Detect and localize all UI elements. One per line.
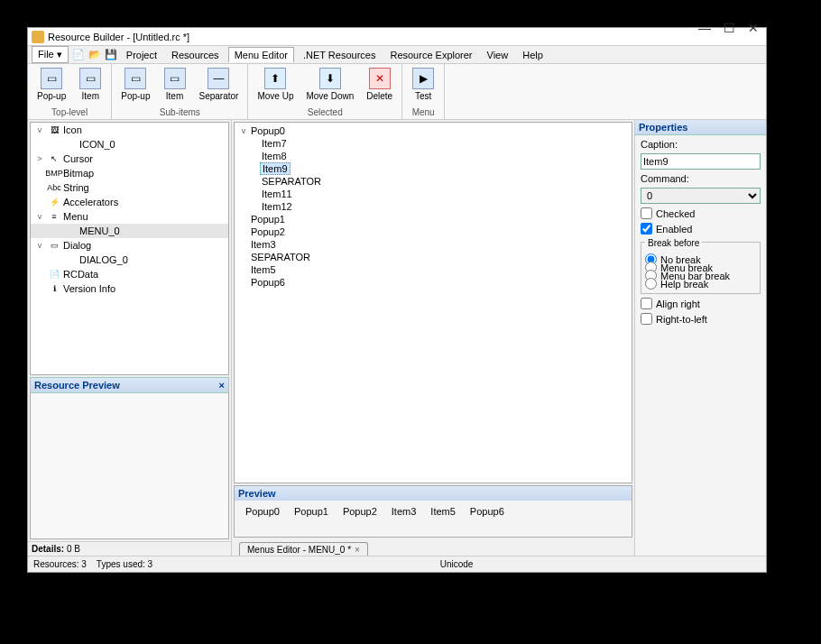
preview-menu-item[interactable]: Popup0 bbox=[238, 504, 287, 519]
menu-tree-item[interactable]: Item3 bbox=[236, 238, 630, 251]
ribbon-sub-popup[interactable]: ▭Pop-up bbox=[115, 66, 155, 106]
close-button[interactable]: ✕ bbox=[748, 21, 759, 35]
menu-tree-item[interactable]: Item11 bbox=[236, 188, 630, 200]
ribbon-toplevel-item[interactable]: ▭Item bbox=[73, 66, 107, 106]
menu-tree-item[interactable]: Popup2 bbox=[236, 225, 630, 238]
menu-tree-item[interactable]: Item12 bbox=[236, 200, 630, 213]
editor-tab[interactable]: Menus Editor - MENU_0 * × bbox=[239, 542, 368, 556]
command-select[interactable]: 0 bbox=[641, 188, 761, 204]
window-title: Resource Builder - [Untitled.rc *] bbox=[48, 32, 189, 42]
resource-tree-item[interactable]: BMPBitmap bbox=[31, 166, 228, 180]
preview-menu-item[interactable]: Popup1 bbox=[287, 504, 336, 519]
resource-preview-title: Resource Preview bbox=[34, 380, 120, 391]
menu-preview-title: Preview bbox=[235, 486, 632, 501]
ribbon-toplevel-popup[interactable]: ▭Pop-up bbox=[32, 66, 71, 106]
checked-checkbox[interactable] bbox=[641, 207, 652, 219]
menu-tree-item[interactable]: Popup6 bbox=[236, 276, 630, 289]
menu-tree-item[interactable]: vPopup0 bbox=[236, 124, 630, 137]
titlebar: Resource Builder - [Untitled.rc *] bbox=[28, 28, 766, 46]
menu-tree-item[interactable]: Item8 bbox=[236, 150, 630, 162]
ribbon-test[interactable]: ▶Test bbox=[406, 66, 440, 106]
statusbar: Resources: 3 Types used: 3 Unicode bbox=[28, 556, 766, 572]
preview-menu-item[interactable]: Item5 bbox=[423, 504, 463, 519]
open-icon[interactable]: 📂 bbox=[88, 49, 101, 61]
ribbon: ▭Pop-up ▭Item Top-level ▭Pop-up ▭Item —S… bbox=[28, 64, 766, 120]
ribbon-sub-item[interactable]: ▭Item bbox=[158, 66, 192, 106]
menu-tree-item[interactable]: Popup1 bbox=[236, 213, 630, 225]
rtl-checkbox[interactable] bbox=[641, 313, 652, 325]
ribbon-group-subitems: Sub-items bbox=[112, 107, 247, 119]
resource-preview-body bbox=[30, 393, 229, 539]
preview-close-icon[interactable]: × bbox=[219, 380, 225, 391]
menu-tree-item[interactable]: Item9 bbox=[236, 162, 630, 175]
app-window: — ☐ ✕ Resource Builder - [Untitled.rc *]… bbox=[27, 27, 767, 573]
preview-menu-item[interactable]: Item3 bbox=[384, 504, 424, 519]
resource-tree-item[interactable]: AbcString bbox=[31, 180, 228, 195]
resource-tree-item[interactable]: ICON_0 bbox=[31, 137, 228, 152]
resource-tree-item[interactable]: 📄RCData bbox=[31, 267, 228, 281]
resource-tree-item[interactable]: v≡Menu bbox=[31, 209, 228, 224]
break-before-group: Break before bbox=[645, 238, 702, 248]
preview-menu-item[interactable]: Popup6 bbox=[463, 504, 512, 519]
resource-tree[interactable]: v🖼IconICON_0>↖CursorBMPBitmapAbcString⚡A… bbox=[30, 122, 229, 375]
resource-tree-item[interactable]: MENU_0 bbox=[31, 224, 228, 238]
ribbon-group-selected: Selected bbox=[248, 107, 401, 119]
menu-help[interactable]: Help bbox=[517, 48, 549, 62]
properties-title: Properties bbox=[635, 120, 766, 135]
maximize-button[interactable]: ☐ bbox=[724, 21, 735, 35]
resource-tree-item[interactable]: v▭Dialog bbox=[31, 238, 228, 253]
tab-close-icon[interactable]: × bbox=[355, 545, 360, 555]
resource-tree-item[interactable]: >↖Cursor bbox=[31, 152, 228, 166]
menu-net-resources[interactable]: .NET Resources bbox=[298, 48, 382, 62]
caption-input[interactable] bbox=[641, 153, 761, 170]
menu-tree-item[interactable]: SEPARATOR bbox=[236, 175, 630, 188]
menu-resources[interactable]: Resources bbox=[166, 48, 225, 62]
command-label: Command: bbox=[641, 173, 761, 184]
ribbon-delete[interactable]: ✕Delete bbox=[361, 66, 398, 106]
enabled-checkbox[interactable] bbox=[641, 223, 652, 235]
new-icon[interactable]: 📄 bbox=[72, 49, 85, 61]
resource-tree-item[interactable]: DIALOG_0 bbox=[31, 253, 228, 267]
resource-tree-item[interactable]: v🖼Icon bbox=[31, 123, 228, 137]
menu-file[interactable]: File ▾ bbox=[32, 46, 69, 63]
ribbon-group-toplevel: Top-level bbox=[28, 107, 111, 119]
minimize-button[interactable]: — bbox=[698, 21, 711, 35]
menu-tree-item[interactable]: Item5 bbox=[236, 263, 630, 276]
resource-tree-item[interactable]: ⚡Accelerators bbox=[31, 195, 228, 209]
save-icon[interactable]: 💾 bbox=[105, 49, 117, 61]
menu-view[interactable]: View bbox=[482, 48, 514, 62]
menu-preview: Preview Popup0Popup1Popup2Item3Item5Popu… bbox=[234, 485, 632, 538]
align-right-checkbox[interactable] bbox=[641, 298, 652, 309]
ribbon-moveup[interactable]: ⬆Move Up bbox=[252, 66, 299, 106]
menu-tree[interactable]: vPopup0Item7Item8Item9SEPARATORItem11Ite… bbox=[234, 122, 632, 483]
menu-tree-item[interactable]: Item7 bbox=[236, 137, 630, 150]
ribbon-movedown[interactable]: ⬇Move Down bbox=[300, 66, 359, 106]
preview-menu-item[interactable]: Popup2 bbox=[336, 504, 384, 519]
resource-tree-item[interactable]: ℹVersion Info bbox=[31, 281, 228, 296]
caption-label: Caption: bbox=[641, 139, 761, 150]
menu-resource-explorer[interactable]: Resource Explorer bbox=[384, 48, 477, 62]
menu-tree-item[interactable]: SEPARATOR bbox=[236, 251, 630, 263]
app-icon bbox=[32, 31, 44, 43]
help-break-radio[interactable] bbox=[645, 278, 657, 290]
menu-project[interactable]: Project bbox=[121, 48, 162, 62]
menubar: File ▾ 📄 📂 💾 Project Resources Menu Edit… bbox=[28, 46, 766, 64]
ribbon-group-menu: Menu bbox=[402, 107, 444, 119]
menu-menu-editor[interactable]: Menu Editor bbox=[228, 47, 294, 62]
ribbon-sub-separator[interactable]: —Separator bbox=[194, 66, 244, 106]
